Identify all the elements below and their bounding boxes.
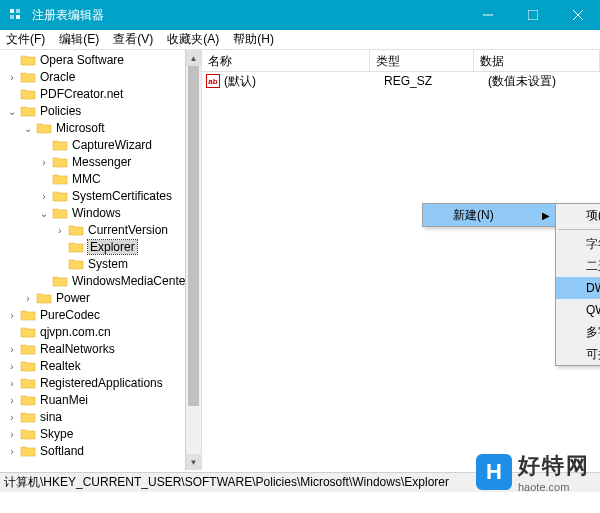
tree-node[interactable]: MMC — [2, 171, 201, 187]
maximize-button[interactable] — [510, 0, 555, 30]
folder-icon — [52, 155, 68, 169]
tree-node[interactable]: ›RuanMei — [2, 392, 201, 408]
expander-icon[interactable]: ⌄ — [38, 208, 50, 219]
header-data[interactable]: 数据 — [474, 50, 600, 71]
tree-node-label: RealNetworks — [40, 342, 115, 356]
tree-node-label: Messenger — [72, 155, 131, 169]
scroll-up-icon[interactable]: ▲ — [186, 50, 201, 66]
watermark-url: haote.com — [518, 481, 590, 493]
folder-icon — [20, 308, 36, 322]
tree-node[interactable]: ›RealNetworks — [2, 341, 201, 357]
folder-icon — [20, 359, 36, 373]
tree-node[interactable]: ›RegisteredApplications — [2, 375, 201, 391]
list-row[interactable]: ab (默认) REG_SZ (数值未设置) — [202, 72, 600, 90]
content-area: Opera Software›OraclePDFCreator.net⌄Poli… — [0, 50, 600, 470]
expander-icon[interactable]: › — [38, 157, 50, 168]
expander-icon[interactable]: › — [6, 344, 18, 355]
expander-icon[interactable]: › — [6, 378, 18, 389]
tree-scrollbar[interactable]: ▲ ▼ — [185, 50, 201, 470]
expander-icon[interactable]: › — [6, 429, 18, 440]
submenu-arrow-icon: ▶ — [542, 210, 550, 221]
app-icon — [8, 7, 24, 23]
context-item[interactable]: QWORD (64 位)值(Q) — [556, 299, 600, 321]
tree-node[interactable]: Explorer — [2, 239, 201, 255]
window-title: 注册表编辑器 — [32, 7, 465, 24]
menu-file[interactable]: 文件(F) — [6, 31, 45, 48]
scroll-down-icon[interactable]: ▼ — [186, 454, 201, 470]
context-item[interactable]: 多字符串值(M) — [556, 321, 600, 343]
minimize-button[interactable] — [465, 0, 510, 30]
folder-icon — [68, 240, 84, 254]
tree-node-label: CaptureWizard — [72, 138, 152, 152]
tree-node-label: Realtek — [40, 359, 81, 373]
context-item[interactable]: 项(K) — [556, 204, 600, 226]
tree-node-label: qjvpn.com.cn — [40, 325, 111, 339]
folder-icon — [20, 53, 36, 67]
tree-node[interactable]: WindowsMediaCenter — [2, 273, 201, 289]
tree-node[interactable]: Opera Software — [2, 52, 201, 68]
menu-separator — [558, 229, 600, 230]
expander-icon[interactable]: › — [38, 191, 50, 202]
expander-icon[interactable]: › — [22, 293, 34, 304]
scroll-thumb[interactable] — [188, 66, 199, 406]
expander-icon[interactable]: › — [6, 72, 18, 83]
folder-icon — [20, 444, 36, 458]
tree-node[interactable]: qjvpn.com.cn — [2, 324, 201, 340]
tree-node-label: WindowsMediaCenter — [72, 274, 189, 288]
tree-node[interactable]: ›sina — [2, 409, 201, 425]
tree-node[interactable]: ⌄Policies — [2, 103, 201, 119]
menu-edit[interactable]: 编辑(E) — [59, 31, 99, 48]
context-item[interactable]: DWORD (32 位)值(D) — [556, 277, 600, 299]
expander-icon[interactable]: › — [6, 361, 18, 372]
folder-icon — [52, 206, 68, 220]
folder-icon — [52, 138, 68, 152]
tree-node-label: CurrentVersion — [88, 223, 168, 237]
expander-icon[interactable]: › — [6, 446, 18, 457]
folder-icon — [52, 172, 68, 186]
context-item[interactable]: 可扩充字符串值(E) — [556, 343, 600, 365]
context-item[interactable]: 二进制值(B) — [556, 255, 600, 277]
tree-node[interactable]: CaptureWizard — [2, 137, 201, 153]
tree-node[interactable]: PDFCreator.net — [2, 86, 201, 102]
tree-node-label: Power — [56, 291, 90, 305]
tree-node-label: RegisteredApplications — [40, 376, 163, 390]
header-type[interactable]: 类型 — [370, 50, 474, 71]
header-name[interactable]: 名称 — [202, 50, 370, 71]
folder-icon — [20, 427, 36, 441]
tree-node[interactable]: ›Oracle — [2, 69, 201, 85]
tree-node[interactable]: ⌄Microsoft — [2, 120, 201, 136]
tree-node[interactable]: System — [2, 256, 201, 272]
menu-favorites[interactable]: 收藏夹(A) — [167, 31, 219, 48]
expander-icon[interactable]: › — [6, 412, 18, 423]
row-type: REG_SZ — [384, 74, 488, 88]
expander-icon[interactable]: ⌄ — [22, 123, 34, 134]
tree-node-label: Explorer — [88, 240, 137, 254]
tree-node[interactable]: ›Messenger — [2, 154, 201, 170]
tree-node[interactable]: ›SystemCertificates — [2, 188, 201, 204]
watermark-title: 好特网 — [518, 451, 590, 481]
context-item-label: 二进制值(B) — [586, 258, 600, 275]
tree-node-label: Skype — [40, 427, 73, 441]
context-item-new[interactable]: 新建(N) ▶ — [423, 204, 556, 226]
expander-icon[interactable]: › — [6, 395, 18, 406]
expander-icon[interactable]: ⌄ — [6, 106, 18, 117]
folder-icon — [20, 410, 36, 424]
tree-node[interactable]: ›CurrentVersion — [2, 222, 201, 238]
titlebar: 注册表编辑器 — [0, 0, 600, 30]
context-item-label: 多字符串值(M) — [586, 324, 600, 341]
list-view: 名称 类型 数据 ab (默认) REG_SZ (数值未设置) 新建(N) ▶ … — [202, 50, 600, 470]
expander-icon[interactable]: › — [6, 310, 18, 321]
tree-node[interactable]: ⌄Windows — [2, 205, 201, 221]
tree-node[interactable]: ›Realtek — [2, 358, 201, 374]
close-button[interactable] — [555, 0, 600, 30]
menu-help[interactable]: 帮助(H) — [233, 31, 274, 48]
tree-node[interactable]: ›PureCodec — [2, 307, 201, 323]
context-item[interactable]: 字符串值(S) — [556, 233, 600, 255]
expander-icon[interactable]: › — [54, 225, 66, 236]
menu-view[interactable]: 查看(V) — [113, 31, 153, 48]
list-header: 名称 类型 数据 — [202, 50, 600, 72]
tree-node[interactable]: ›Power — [2, 290, 201, 306]
tree-node-label: RuanMei — [40, 393, 88, 407]
tree-node[interactable]: ›Skype — [2, 426, 201, 442]
tree-node[interactable]: ›Softland — [2, 443, 201, 459]
